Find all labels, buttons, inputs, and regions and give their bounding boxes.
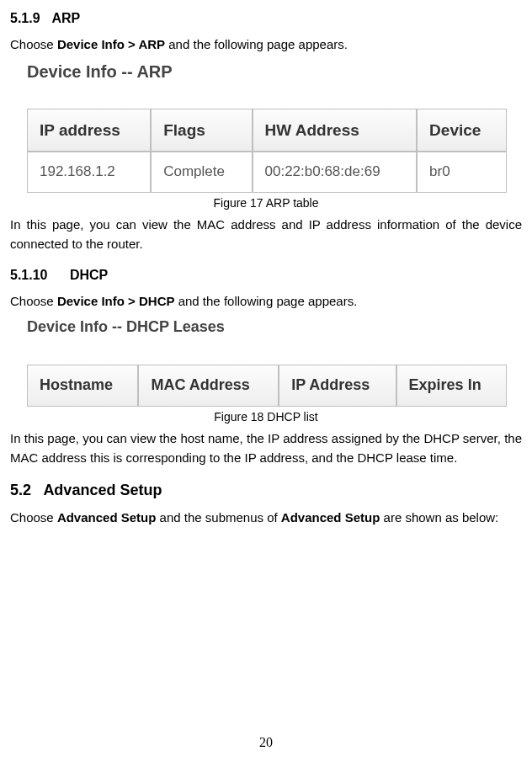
dhcp-th-ip: IP Address (279, 365, 396, 407)
dhcp-choose-post: and the following page appears. (175, 294, 358, 308)
dhcp-embedded-panel: Device Info -- DHCP Leases Hostname MAC … (27, 316, 522, 407)
arp-th-ip: IP address (27, 109, 151, 152)
arp-th-hw: HW Address (253, 109, 418, 152)
arp-td-flags: Complete (151, 152, 252, 192)
dhcp-th-exp: Expires In (396, 365, 507, 407)
dhcp-choose-para: Choose Device Info > DHCP and the follow… (10, 291, 522, 311)
arp-caption: Figure 17 ARP table (10, 194, 522, 213)
section-number: 5.2 (10, 479, 31, 503)
dhcp-th-mac: MAC Address (138, 365, 279, 407)
section-heading-advanced: 5.2 Advanced Setup (10, 479, 522, 503)
dhcp-table: Hostname MAC Address IP Address Expires … (27, 365, 507, 407)
section-heading-dhcp: 5.1.10 DHCP (10, 265, 522, 286)
dhcp-choose-pre: Choose (10, 294, 57, 308)
adv-choose-pre: Choose (10, 510, 57, 525)
dhcp-table-header-row: Hostname MAC Address IP Address Expires … (27, 365, 507, 407)
arp-choose-pre: Choose (10, 37, 57, 51)
arp-choose-post: and the following page appears. (165, 37, 348, 51)
page-number: 20 (0, 732, 532, 754)
arp-td-hw: 00:22:b0:68:de:69 (253, 152, 418, 192)
arp-td-device: br0 (417, 152, 507, 192)
adv-choose-post: are shown as below: (380, 510, 498, 525)
arp-desc: In this page, you can view the MAC addre… (10, 215, 522, 254)
section-number: 5.1.9 (10, 8, 40, 29)
arp-choose-para: Choose Device Info > ARP and the followi… (10, 35, 522, 54)
adv-choose-bold2: Advanced Setup (281, 510, 380, 525)
dhcp-desc: In this page, you can view the host name… (10, 429, 522, 468)
arp-table: IP address Flags HW Address Device 192.1… (27, 109, 507, 193)
dhcp-choose-bold: Device Info > DHCP (57, 294, 175, 308)
dhcp-th-host: Hostname (27, 365, 138, 407)
dhcp-caption: Figure 18 DHCP list (10, 408, 522, 427)
arp-table-header-row: IP address Flags HW Address Device (27, 109, 507, 152)
dhcp-emb-title: Device Info -- DHCP Leases (27, 316, 522, 339)
arp-choose-bold: Device Info > ARP (57, 37, 165, 51)
arp-td-ip: 192.168.1.2 (27, 152, 151, 192)
arp-th-flags: Flags (151, 109, 252, 152)
arp-table-row: 192.168.1.2 Complete 00:22:b0:68:de:69 b… (27, 152, 507, 192)
section-heading-arp: 5.1.9 ARP (10, 8, 522, 29)
adv-choose-mid: and the submenus of (156, 510, 280, 525)
arp-embedded-panel: Device Info -- ARP IP address Flags HW A… (27, 59, 522, 193)
section-number: 5.1.10 (10, 265, 47, 286)
section-title: ARP (51, 11, 80, 25)
section-title: Advanced Setup (43, 482, 162, 498)
advanced-choose-para: Choose Advanced Setup and the submenus o… (10, 508, 522, 527)
adv-choose-bold1: Advanced Setup (57, 510, 157, 525)
arp-emb-title: Device Info -- ARP (27, 59, 522, 85)
section-title: DHCP (70, 268, 108, 282)
arp-th-device: Device (417, 109, 507, 152)
